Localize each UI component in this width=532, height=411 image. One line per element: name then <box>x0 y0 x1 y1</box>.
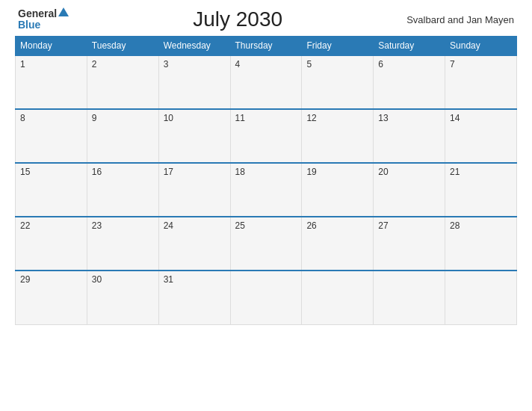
col-thursday: Thursday <box>230 37 302 56</box>
col-sunday: Sunday <box>445 37 517 56</box>
calendar-day: 26 <box>302 217 374 271</box>
calendar-day: 14 <box>445 109 517 163</box>
day-number: 22 <box>20 220 30 231</box>
day-number: 1 <box>20 59 25 69</box>
day-number: 10 <box>164 113 173 123</box>
logo-triangle-icon <box>58 7 69 16</box>
calendar-day: 2 <box>87 55 158 109</box>
day-number: 21 <box>450 167 460 177</box>
calendar-day: 11 <box>230 109 302 163</box>
day-number: 8 <box>20 113 25 123</box>
day-number: 14 <box>450 113 460 123</box>
calendar-day: 7 <box>445 55 517 109</box>
col-monday: Monday <box>16 37 87 56</box>
calendar-header-row: Monday Tuesday Wednesday Thursday Friday… <box>16 37 517 56</box>
day-number: 17 <box>164 167 173 177</box>
region-label: Svalbard and Jan Mayen <box>406 14 514 25</box>
logo-general-text: General <box>18 8 57 19</box>
day-number: 3 <box>164 59 169 69</box>
day-number: 31 <box>164 274 173 285</box>
calendar-day: 23 <box>87 217 158 271</box>
logo: General Blue <box>18 8 69 31</box>
day-number: 4 <box>235 59 241 69</box>
calendar-day: 22 <box>16 217 87 271</box>
calendar-body: 1234567891011121314151617181920212223242… <box>16 55 517 324</box>
calendar-day: 25 <box>230 217 302 271</box>
month-title: July 2030 <box>193 7 282 31</box>
calendar-day: 31 <box>158 271 230 324</box>
calendar-day: 29 <box>16 271 87 324</box>
col-tuesday: Tuesday <box>87 37 158 56</box>
col-saturday: Saturday <box>374 37 445 56</box>
day-number: 2 <box>92 59 97 69</box>
calendar-day <box>230 271 302 324</box>
calendar-day: 9 <box>87 109 158 163</box>
calendar-day: 13 <box>374 109 445 163</box>
calendar-day: 5 <box>302 55 374 109</box>
calendar-day: 1 <box>16 55 87 109</box>
day-number: 13 <box>378 113 388 123</box>
day-number: 18 <box>235 167 245 177</box>
calendar-day: 3 <box>158 55 230 109</box>
day-number: 23 <box>92 220 102 231</box>
calendar-header: General Blue July 2030 Svalbard and Jan … <box>15 7 517 31</box>
col-wednesday: Wednesday <box>158 37 230 56</box>
calendar-day: 10 <box>158 109 230 163</box>
calendar-day <box>445 271 517 324</box>
calendar-day: 15 <box>16 163 87 217</box>
calendar-day: 8 <box>16 109 87 163</box>
calendar-day: 18 <box>230 163 302 217</box>
calendar-day: 21 <box>445 163 517 217</box>
calendar-day: 24 <box>158 217 230 271</box>
day-number: 30 <box>92 274 102 285</box>
calendar-day: 4 <box>230 55 302 109</box>
day-number: 28 <box>450 220 460 231</box>
calendar-day: 27 <box>374 217 445 271</box>
day-number: 16 <box>92 167 102 177</box>
logo-blue-text: Blue <box>18 19 40 31</box>
day-number: 27 <box>378 220 388 231</box>
calendar-day: 19 <box>302 163 374 217</box>
calendar-day: 16 <box>87 163 158 217</box>
calendar-table: Monday Tuesday Wednesday Thursday Friday… <box>15 36 517 325</box>
calendar-day: 12 <box>302 109 374 163</box>
day-number: 25 <box>235 220 245 231</box>
calendar-day <box>302 271 374 324</box>
calendar-day: 30 <box>87 271 158 324</box>
calendar-day: 6 <box>374 55 445 109</box>
day-number: 12 <box>306 113 316 123</box>
day-number: 7 <box>450 59 455 69</box>
day-number: 24 <box>164 220 173 231</box>
day-number: 19 <box>306 167 316 177</box>
day-number: 29 <box>20 274 30 285</box>
day-number: 20 <box>378 167 388 177</box>
day-number: 11 <box>235 113 245 123</box>
day-number: 15 <box>20 167 30 177</box>
calendar-day: 17 <box>158 163 230 217</box>
calendar-day: 20 <box>374 163 445 217</box>
day-number: 9 <box>92 113 97 123</box>
col-friday: Friday <box>302 37 374 56</box>
day-number: 6 <box>378 59 383 69</box>
calendar-day <box>374 271 445 324</box>
day-number: 26 <box>306 220 316 231</box>
calendar-day: 28 <box>445 217 517 271</box>
day-number: 5 <box>306 59 312 69</box>
